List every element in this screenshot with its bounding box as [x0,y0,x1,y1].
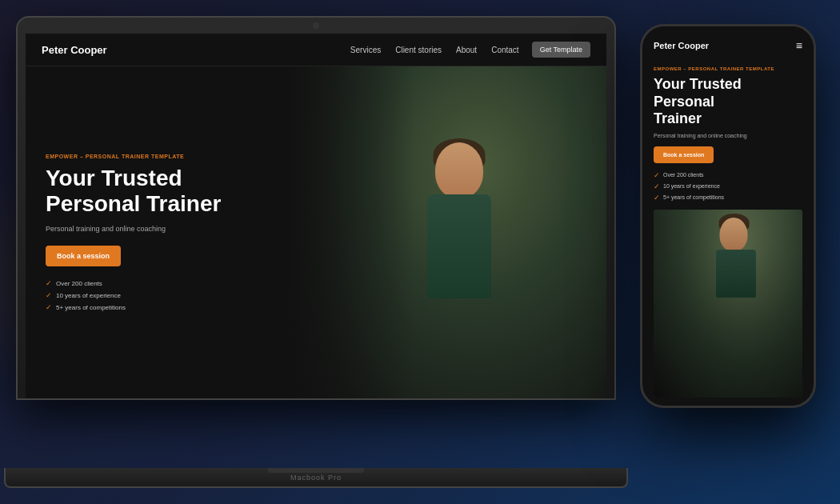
laptop-screen-body: Peter Cooper Services Client stories Abo… [16,16,616,400]
check-label-3: 5+ years of competitions [56,304,126,311]
desktop-check-1: ✓ Over 200 clients [46,279,325,287]
mobile-content: EMPOWER – PERSONAL TRAINER TEMPLATE Your… [642,58,814,406]
mobile-title-line2: Personal [654,94,714,110]
scene: Peter Cooper Services Client stories Abo… [0,0,840,504]
mobile-logo: Peter Cooper [654,41,709,50]
mobile-title-line3: Trainer [654,110,702,126]
person-body [427,194,491,298]
desktop-hero-content: EMPOWER – PERSONAL TRAINER TEMPLATE Your… [26,66,345,398]
mobile-hero-image [654,210,802,398]
mobile-title-line1: Your Trusted [654,76,742,92]
desktop-title-line2: Personal Trainer [46,191,221,216]
mobile-hero-title: Your Trusted Personal Trainer [654,76,802,128]
check-label-2: 10 years of experience [56,292,121,299]
check-icon-2: ✓ [46,291,52,299]
nav-link-contact[interactable]: Contact [491,46,518,54]
phone-camera [723,33,733,42]
mobile-nav: Peter Cooper ≡ [642,26,814,58]
nav-link-about[interactable]: About [456,46,477,54]
phone-screen: Peter Cooper ≡ EMPOWER – PERSONAL TRAINE… [642,26,814,406]
person-head [435,142,483,198]
nav-link-client-stories[interactable]: Client stories [395,46,442,54]
check-icon-3: ✓ [46,303,52,311]
desktop-checkmarks: ✓ Over 200 clients ✓ 10 years of experie… [46,279,325,311]
mobile-check-3: ✓ 5+ years of competitions [654,194,802,202]
phone-body: Peter Cooper ≡ EMPOWER – PERSONAL TRAINE… [640,24,816,408]
mobile-template-label: EMPOWER – PERSONAL TRAINER TEMPLATE [654,66,802,71]
mobile-check-label-2: 10 years of experience [663,183,720,189]
mobile-check-label-3: 5+ years of competitions [663,194,724,200]
mobile-check-label-1: Over 200 clients [663,172,704,178]
mobile-menu-icon[interactable]: ≡ [796,39,802,52]
check-label-1: Over 200 clients [56,280,102,287]
nav-link-services[interactable]: Services [350,46,381,54]
laptop-screen: Peter Cooper Services Client stories Abo… [26,34,606,398]
desktop-hero: EMPOWER – PERSONAL TRAINER TEMPLATE Your… [26,66,606,398]
mobile-book-session-button[interactable]: Book a session [654,146,714,163]
mobile-hero-subtitle: Personal training and online coaching [654,133,802,138]
mobile-check-1: ✓ Over 200 clients [654,171,802,179]
desktop-get-template-button[interactable]: Get Template [532,42,590,58]
mobile-check-icon-1: ✓ [654,171,660,179]
desktop-nav: Peter Cooper Services Client stories Abo… [26,34,606,66]
mobile-check-icon-2: ✓ [654,182,660,190]
mobile-shadow-overlay [654,210,802,398]
laptop-hinge [268,468,364,473]
mobile-website: Peter Cooper ≡ EMPOWER – PERSONAL TRAINE… [642,26,814,406]
desktop-hero-title: Your Trusted Personal Trainer [46,166,325,217]
desktop-website: Peter Cooper Services Client stories Abo… [26,34,606,398]
desktop-book-session-button[interactable]: Book a session [46,246,121,266]
check-icon-1: ✓ [46,279,52,287]
laptop-label: Macbook Pro [290,474,342,482]
desktop-check-3: ✓ 5+ years of competitions [46,303,325,311]
desktop-nav-links: Services Client stories About Contact [350,46,519,54]
desktop-hero-subtitle: Personal training and online coaching [46,225,325,233]
mobile-check-icon-3: ✓ [654,194,660,202]
laptop-device: Peter Cooper Services Client stories Abo… [16,16,616,488]
desktop-logo: Peter Cooper [42,44,107,56]
mobile-check-2: ✓ 10 years of experience [654,182,802,190]
desktop-check-2: ✓ 10 years of experience [46,291,325,299]
desktop-title-line1: Your Trusted [46,166,182,190]
desktop-template-label: EMPOWER – PERSONAL TRAINER TEMPLATE [46,154,325,159]
phone-device: Peter Cooper ≡ EMPOWER – PERSONAL TRAINE… [640,24,816,408]
laptop-camera [313,22,319,29]
mobile-checkmarks: ✓ Over 200 clients ✓ 10 years of experie… [654,171,802,202]
